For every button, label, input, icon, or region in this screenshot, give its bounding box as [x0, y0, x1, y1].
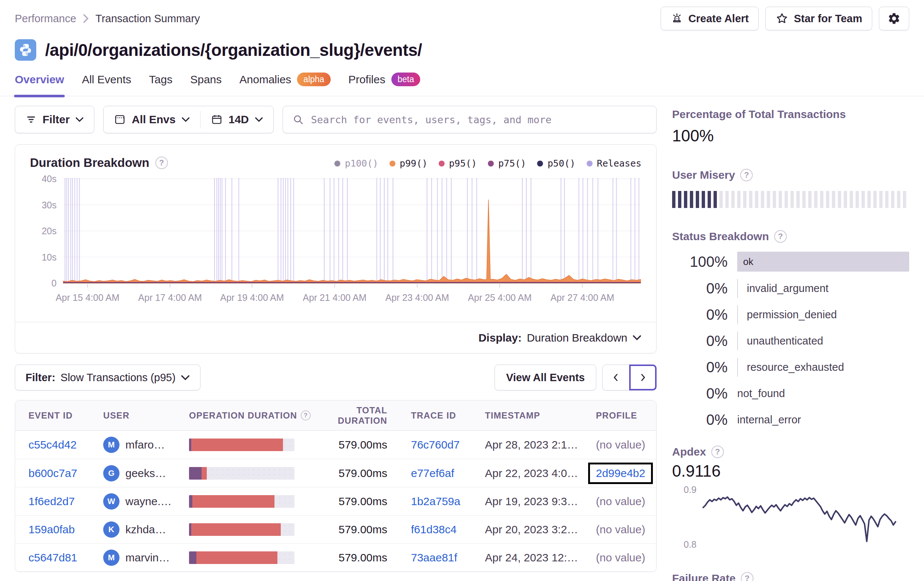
tab-label: All Events — [82, 73, 131, 86]
breadcrumb-performance[interactable]: Performance — [15, 13, 76, 25]
tab-spans[interactable]: Spans — [190, 73, 221, 96]
trace-id-link[interactable]: 73aae81f — [411, 551, 457, 564]
status-row-resource_exhausted: 0%resource_exhausted — [672, 358, 909, 377]
chart-header: Duration Breakdown ? p100()p99()p95()p75… — [15, 145, 656, 170]
search-bar[interactable] — [282, 106, 657, 133]
user-misery-bar — [672, 191, 909, 208]
help-icon[interactable]: ? — [740, 169, 753, 181]
table-row: b600c7a7Ggeeks…579.00mse77ef6afApr 22, 2… — [15, 459, 656, 487]
help-icon[interactable]: ? — [774, 230, 787, 243]
legend-label: p100() — [345, 158, 378, 169]
settings-button[interactable] — [879, 7, 909, 30]
legend-item-p99[interactable]: p99() — [389, 158, 427, 169]
tab-overview[interactable]: Overview — [15, 73, 64, 96]
help-icon[interactable]: ? — [155, 157, 168, 169]
environment-selector[interactable]: All Envs — [104, 106, 200, 133]
svg-text:30s: 30s — [42, 200, 56, 210]
trace-id-link[interactable]: 76c760d7 — [411, 439, 460, 451]
trace-id-link[interactable]: e77ef6af — [411, 467, 454, 479]
display-selector[interactable]: Display: Duration Breakdown — [15, 322, 656, 353]
legend-dot — [587, 161, 592, 167]
profile-link[interactable]: 2d99e4b2 — [596, 467, 645, 479]
operation-duration-cell — [185, 551, 311, 564]
python-logo-icon — [18, 43, 33, 57]
apdex-label: Apdex — [672, 445, 706, 458]
user-cell: Mmarvin… — [100, 550, 185, 566]
events-toolbar: Filter: Slow Transactions (p95) View All… — [15, 364, 657, 391]
create-alert-label: Create Alert — [688, 13, 749, 25]
event-id-link[interactable]: c5647d81 — [28, 551, 77, 564]
misery-tick-empty — [737, 191, 741, 208]
status-percent: 100% — [672, 253, 728, 270]
operation-duration-cell — [185, 467, 311, 480]
chevron-down-icon — [181, 375, 190, 381]
chevron-left-icon — [611, 372, 621, 382]
misery-tick-empty — [873, 191, 877, 208]
misery-tick-filled — [714, 191, 717, 208]
tab-anomalies[interactable]: Anomaliesalpha — [239, 73, 330, 96]
view-all-events-button[interactable]: View All Events — [495, 364, 596, 391]
profile-cell: (no value) — [592, 551, 656, 564]
legend-item-Releases[interactable]: Releases — [587, 158, 642, 169]
event-id-link[interactable]: 1f6ed2d7 — [28, 495, 75, 507]
help-icon[interactable]: ? — [741, 572, 754, 581]
svg-text:Apr 19 4:00 AM: Apr 19 4:00 AM — [220, 292, 284, 303]
operation-duration-cell — [185, 523, 311, 536]
timestamp-cell: Apr 19, 2023 9:3… — [481, 495, 592, 508]
tab-all-events[interactable]: All Events — [82, 73, 131, 96]
trace-id-cell: f61d38c4 — [404, 523, 481, 536]
help-icon[interactable]: ? — [301, 411, 311, 420]
star-for-team-button[interactable]: Star for Team — [765, 7, 872, 30]
operation-duration-bar — [189, 467, 294, 480]
trace-id-cell: e77ef6af — [404, 467, 481, 480]
column-header-label: TRACE ID — [411, 411, 456, 421]
timestamp-cell: Apr 24, 2023 12:… — [481, 551, 592, 564]
misery-tick-empty — [814, 191, 817, 208]
previous-page-button[interactable] — [602, 364, 630, 391]
legend-label: Releases — [597, 158, 642, 169]
avatar: M — [103, 550, 119, 566]
environment-value: All Envs — [132, 113, 175, 126]
misery-tick-empty — [838, 191, 841, 208]
profile-no-value: (no value) — [596, 551, 645, 564]
search-input[interactable] — [310, 114, 647, 126]
avatar: W — [103, 493, 119, 510]
filter-button[interactable]: Filter — [15, 106, 94, 133]
chart-title: Duration Breakdown — [30, 156, 149, 170]
status-breakdown-block: Status Breakdown ? 100%ok0%invalid_argum… — [672, 230, 909, 429]
avatar: K — [103, 521, 119, 538]
slow-transactions-filter[interactable]: Filter: Slow Transactions (p95) — [15, 364, 200, 391]
event-id-link[interactable]: b600c7a7 — [28, 467, 77, 479]
timestamp-cell: Apr 20, 2023 3:2… — [481, 523, 592, 536]
legend-item-p100[interactable]: p100() — [334, 158, 378, 169]
create-alert-button[interactable]: Create Alert — [661, 7, 759, 30]
legend-item-p50[interactable]: p50() — [537, 158, 575, 169]
status-percent: 0% — [672, 359, 728, 376]
op-segment-red — [191, 439, 283, 451]
profile-cell: (no value) — [592, 495, 656, 508]
tab-profiles[interactable]: Profilesbeta — [348, 73, 421, 96]
misery-tick-empty — [808, 191, 812, 208]
legend-item-p95[interactable]: p95() — [439, 158, 477, 169]
legend-label: p50() — [548, 158, 575, 169]
chevron-right-icon — [83, 14, 89, 23]
misery-tick-filled — [696, 191, 699, 208]
tab-label: Overview — [15, 73, 64, 86]
chevron-down-icon — [182, 117, 190, 122]
date-range-selector[interactable]: 14D — [200, 106, 273, 133]
percent-total-value: 100% — [672, 127, 909, 145]
event-id-link[interactable]: 159a0fab — [28, 523, 75, 535]
help-icon[interactable]: ? — [711, 445, 724, 458]
date-range-value: 14D — [229, 113, 249, 126]
status-label: unauthenticated — [737, 331, 823, 351]
trace-id-link[interactable]: 1b2a759a — [411, 495, 460, 507]
table-header-row: EVENT IDUSEROPERATION DURATION?TOTAL DUR… — [15, 401, 656, 431]
event-id-link[interactable]: c55c4d42 — [28, 439, 77, 451]
legend-item-p75[interactable]: p75() — [488, 158, 526, 169]
tab-tags[interactable]: Tags — [149, 73, 172, 96]
trace-id-link[interactable]: f61d38c4 — [411, 523, 457, 535]
next-page-button[interactable] — [629, 364, 657, 391]
env-date-group: All Envs 14D — [103, 106, 273, 133]
operation-duration-bar — [189, 523, 294, 536]
misery-tick-empty — [891, 191, 894, 208]
